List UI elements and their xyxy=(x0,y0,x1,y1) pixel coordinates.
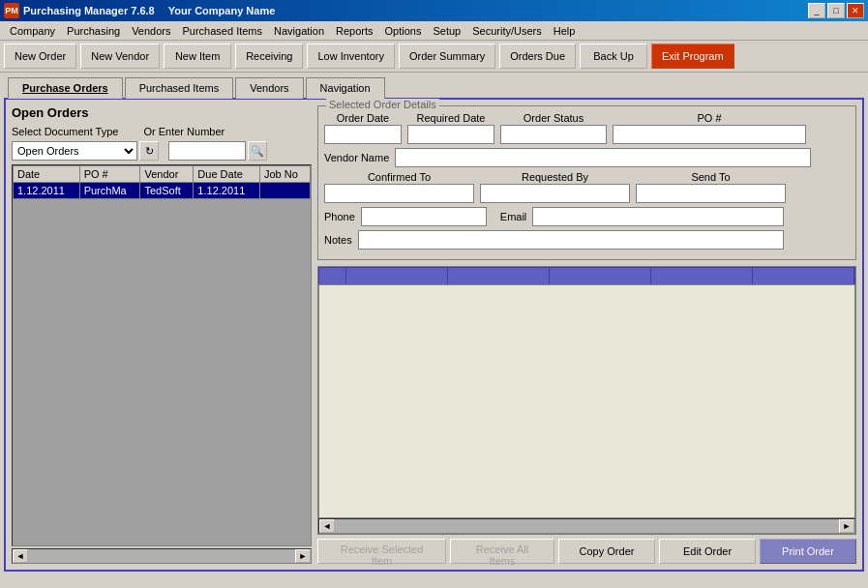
minimize-button[interactable]: _ xyxy=(808,3,825,18)
exit-program-button[interactable]: Exit Program xyxy=(651,44,734,69)
title-bar-left: PM Purchasing Manager 7.6.8 Your Company… xyxy=(4,3,275,18)
grid-col-2 xyxy=(448,268,550,285)
menu-navigation[interactable]: Navigation xyxy=(268,23,330,39)
open-orders-title: Open Orders xyxy=(12,105,312,120)
grid-body[interactable] xyxy=(318,284,855,518)
orders-table-container[interactable]: Date PO # Vendor Due Date Job No 1.12.20… xyxy=(12,164,312,546)
new-order-button[interactable]: New Order xyxy=(4,44,76,69)
receive-selected-button[interactable]: Receive Selected Item xyxy=(317,539,446,564)
copy-order-button[interactable]: Copy Order xyxy=(558,539,655,564)
email-label: Email xyxy=(500,211,527,222)
right-panel: Selected Order Details Order Date Requir… xyxy=(317,105,856,564)
print-order-button[interactable]: Print Order xyxy=(760,539,856,564)
receive-all-button[interactable]: Receive All Items xyxy=(450,539,554,564)
order-date-input[interactable] xyxy=(324,125,402,144)
select-doc-label: Select Document Type xyxy=(12,126,118,137)
order-summary-button[interactable]: Order Summary xyxy=(399,44,495,69)
vendor-name-label: Vendor Name xyxy=(324,152,389,163)
confirmed-to-input[interactable] xyxy=(324,184,474,203)
requested-by-label: Requested By xyxy=(480,171,630,183)
vendor-name-input[interactable] xyxy=(395,148,811,167)
left-panel: Open Orders Select Document Type Or Ente… xyxy=(12,105,312,564)
menu-purchased-items[interactable]: Purchased Items xyxy=(177,23,269,39)
order-number-input[interactable] xyxy=(168,141,246,161)
phone-email-row: Phone Email xyxy=(324,207,850,226)
grid-col-1 xyxy=(346,268,448,285)
order-details-group: Selected Order Details Order Date Requir… xyxy=(317,105,856,260)
grid-hscroll-right-button[interactable]: ► xyxy=(839,519,854,533)
table-row[interactable]: 1.12.2011PurchMaTedSoft1.12.2011 xyxy=(14,183,311,199)
app-icon: PM xyxy=(4,3,19,18)
tab-strip: Purchase Orders Purchased Items Vendors … xyxy=(4,76,864,98)
required-date-input[interactable] xyxy=(407,125,494,144)
email-input[interactable] xyxy=(532,207,784,226)
required-date-label: Required Date xyxy=(407,112,494,124)
menu-setup[interactable]: Setup xyxy=(427,23,466,39)
po-num-input[interactable] xyxy=(613,125,806,144)
menu-reports[interactable]: Reports xyxy=(330,23,379,39)
low-inventory-button[interactable]: Low Inventory xyxy=(307,44,394,69)
tab-content: Open Orders Select Document Type Or Ente… xyxy=(4,98,864,572)
document-type-row: Select Document Type Or Enter Number xyxy=(12,126,312,137)
new-item-button[interactable]: New Item xyxy=(164,44,231,69)
requested-by-input[interactable] xyxy=(480,184,630,203)
tab-purchased-items[interactable]: Purchased Items xyxy=(125,77,234,99)
filter-row: Open Orders All Orders Closed Orders ↻ 🔍 xyxy=(12,141,312,161)
hscroll-right-button[interactable]: ► xyxy=(295,549,311,563)
order-items-grid: ◄ ► xyxy=(317,266,856,535)
grid-header xyxy=(318,267,855,284)
document-type-dropdown[interactable]: Open Orders All Orders Closed Orders xyxy=(12,141,137,161)
main-content: Purchase Orders Purchased Items Vendors … xyxy=(0,73,868,575)
order-date-field: Order Date xyxy=(324,112,402,144)
tab-navigation[interactable]: Navigation xyxy=(306,77,385,99)
title-bar-controls: _ □ ✕ xyxy=(808,3,864,18)
tab-vendors[interactable]: Vendors xyxy=(235,77,303,99)
grid-hscroll[interactable]: ◄ ► xyxy=(318,518,855,534)
orders-table: Date PO # Vendor Due Date Job No 1.12.20… xyxy=(13,165,311,199)
po-num-field: PO # xyxy=(613,112,806,144)
menu-security-users[interactable]: Security/Users xyxy=(466,23,548,39)
notes-row: Notes xyxy=(324,230,850,250)
menu-vendors[interactable]: Vendors xyxy=(126,23,176,39)
left-hscroll[interactable]: ◄ ► xyxy=(12,548,312,564)
refresh-button[interactable]: ↻ xyxy=(139,141,159,161)
close-button[interactable]: ✕ xyxy=(847,3,864,18)
maximize-button[interactable]: □ xyxy=(827,3,845,18)
tab-purchase-orders[interactable]: Purchase Orders xyxy=(8,77,123,99)
required-date-field: Required Date xyxy=(407,112,494,144)
orders-due-button[interactable]: Orders Due xyxy=(499,44,576,69)
notes-input[interactable] xyxy=(358,230,784,250)
hscroll-track xyxy=(28,549,295,563)
order-status-field: Order Status xyxy=(500,112,607,144)
po-num-label: PO # xyxy=(613,112,806,124)
menu-company[interactable]: Company xyxy=(4,23,61,39)
back-up-button[interactable]: Back Up xyxy=(580,44,647,69)
col-vendor: Vendor xyxy=(140,166,194,183)
search-button[interactable]: 🔍 xyxy=(248,141,267,161)
grid-hscroll-left-button[interactable]: ◄ xyxy=(319,519,335,533)
menu-options[interactable]: Options xyxy=(379,23,428,39)
bottom-buttons: Receive Selected Item Receive All Items … xyxy=(317,535,856,564)
order-date-label: Order Date xyxy=(324,112,402,124)
new-vendor-button[interactable]: New Vendor xyxy=(80,44,160,69)
group-box-title: Selected Order Details xyxy=(326,99,439,110)
menu-help[interactable]: Help xyxy=(548,23,582,39)
receiving-button[interactable]: Receiving xyxy=(235,44,303,69)
requested-by-field: Requested By xyxy=(480,171,630,203)
send-to-input[interactable] xyxy=(636,184,786,203)
col-due-date: Due Date xyxy=(194,166,260,183)
edit-order-button[interactable]: Edit Order xyxy=(659,539,756,564)
or-enter-label: Or Enter Number xyxy=(143,126,224,137)
hscroll-left-button[interactable]: ◄ xyxy=(13,549,28,563)
confirmed-to-label: Confirmed To xyxy=(324,171,474,183)
confirmed-to-field: Confirmed To xyxy=(324,171,474,203)
order-status-input[interactable] xyxy=(500,125,607,144)
col-po: PO # xyxy=(79,166,140,183)
menu-purchasing[interactable]: Purchasing xyxy=(61,23,126,39)
toolbar: New Order New Vendor New Item Receiving … xyxy=(0,41,868,73)
phone-input[interactable] xyxy=(361,207,487,226)
grid-hscroll-track xyxy=(335,519,839,533)
grid-col-4 xyxy=(651,268,753,285)
confirmed-row: Confirmed To Requested By Send To xyxy=(324,171,850,203)
vendor-row: Vendor Name xyxy=(324,148,850,167)
